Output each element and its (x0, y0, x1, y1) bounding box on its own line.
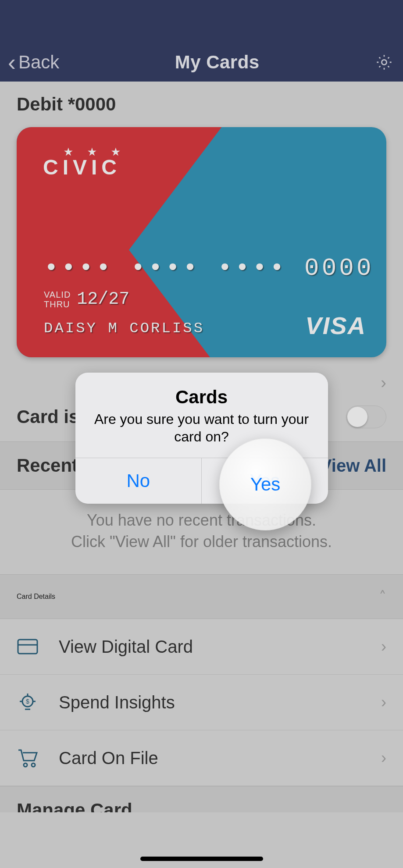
chevron-right-icon: › (381, 374, 386, 392)
svg-point-10 (32, 763, 35, 767)
valid-thru-value: 12/27 (77, 289, 129, 309)
view-all-link[interactable]: View All (320, 456, 386, 476)
chevron-right-icon: › (381, 637, 386, 656)
dialog-message: Are you sure you want to turn your card … (89, 410, 315, 445)
status-bar (0, 0, 403, 43)
card-details-title: Card Details (17, 593, 55, 601)
dialog-no-button[interactable]: No (75, 458, 202, 504)
card-art[interactable]: ★ ★ ★ CIVIC •••• •••• •••• 0000 VALID TH… (17, 127, 386, 357)
empty-line-2: Click "View All" for older transactions. (17, 531, 386, 553)
card-brand: ★ ★ ★ CIVIC (43, 146, 126, 179)
spend-insights-row[interactable]: $ Spend Insights › (0, 675, 403, 730)
home-indicator[interactable] (140, 857, 263, 861)
view-digital-card-row[interactable]: View Digital Card › (0, 619, 403, 675)
card-on-toggle[interactable] (346, 406, 386, 428)
chevron-up-icon: ˄ (379, 588, 386, 605)
detail-label: View Digital Card (59, 637, 361, 657)
card-network: VISA (305, 311, 366, 340)
svg-point-0 (382, 60, 386, 64)
manage-card-title: Manage Card (17, 800, 386, 812)
back-button[interactable]: ‹ Back (8, 50, 59, 74)
cart-icon (17, 747, 39, 769)
chevron-right-icon: › (381, 749, 386, 767)
detail-label: Card On File (59, 748, 361, 768)
card-account-label: Debit *0000 (17, 94, 386, 115)
svg-rect-1 (18, 640, 37, 654)
chevron-right-icon: › (381, 693, 386, 711)
card-number: •••• •••• •••• 0000 (44, 254, 374, 282)
empty-line-1: You have no recent transactions. (17, 510, 386, 531)
gear-icon[interactable] (375, 53, 393, 71)
card-icon (17, 636, 39, 658)
detail-label: Spend Insights (59, 693, 361, 712)
manage-card-header[interactable]: Manage Card (0, 786, 403, 812)
card-on-file-row[interactable]: Card On File › (0, 730, 403, 786)
svg-point-9 (24, 763, 27, 767)
valid-thru-label: VALID THRU (44, 290, 71, 309)
toggle-knob (347, 407, 367, 427)
cardholder-name: DAISY M CORLISS (44, 320, 204, 337)
dialog-title: Cards (89, 387, 315, 408)
card-brand-text: CIVIC (43, 156, 121, 179)
chevron-left-icon: ‹ (8, 50, 16, 74)
card-details-header[interactable]: Card Details ˄ (0, 574, 403, 619)
tap-highlight-circle: Yes (219, 438, 311, 530)
dialog-yes-highlight-label: Yes (250, 474, 281, 495)
nav-bar: ‹ Back My Cards (0, 43, 403, 82)
svg-text:$: $ (26, 698, 29, 705)
bulb-icon: $ (17, 691, 39, 713)
back-label: Back (18, 52, 59, 73)
page-title: My Cards (175, 52, 260, 73)
